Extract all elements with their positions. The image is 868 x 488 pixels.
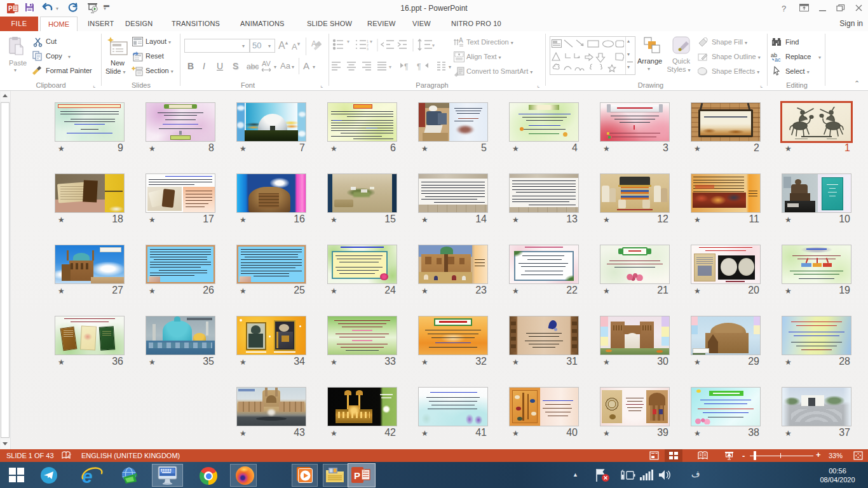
svg-text:▾: ▾ xyxy=(389,64,391,70)
svg-text:?: ? xyxy=(782,4,786,13)
svg-text:▾: ▾ xyxy=(370,39,372,44)
svg-text:P: P xyxy=(354,470,360,481)
svg-text:▾: ▾ xyxy=(432,43,435,48)
svg-text:P: P xyxy=(8,5,13,12)
svg-text:ac: ac xyxy=(775,57,781,62)
svg-text:A: A xyxy=(459,37,463,44)
svg-text:▾: ▾ xyxy=(347,39,349,44)
svg-text:3: 3 xyxy=(367,47,369,51)
svg-text:¶: ¶ xyxy=(404,62,408,71)
svg-text:¶: ¶ xyxy=(417,62,421,71)
